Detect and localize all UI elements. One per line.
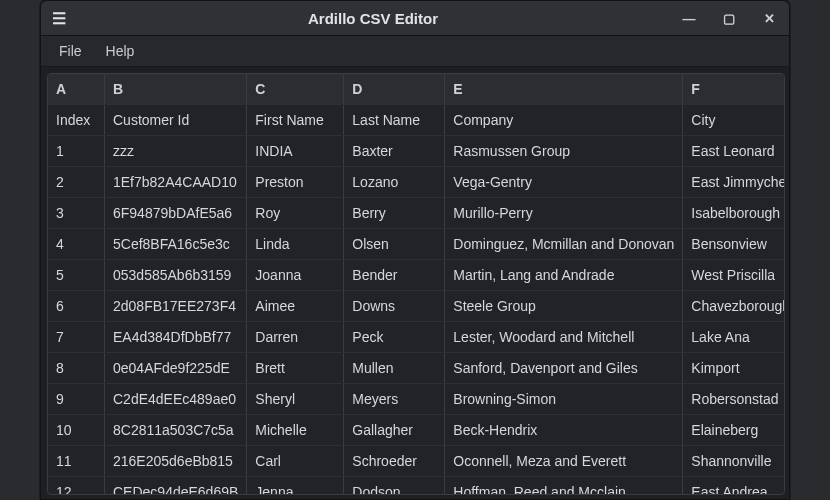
cell[interactable]: 11 <box>48 446 105 477</box>
maximize-button[interactable]: ▢ <box>709 11 749 26</box>
cell[interactable]: East Andrea <box>683 477 785 496</box>
cell[interactable]: 3 <box>48 198 105 229</box>
cell[interactable]: Steele Group <box>445 291 683 322</box>
cell[interactable]: 4 <box>48 229 105 260</box>
cell[interactable]: Preston <box>247 167 344 198</box>
cell[interactable]: Joanna <box>247 260 344 291</box>
cell[interactable]: East Leonard <box>683 136 785 167</box>
table-row: 12CEDec94deE6d69BJennaDodsonHoffman, Ree… <box>48 477 785 496</box>
cell[interactable]: Schroeder <box>344 446 445 477</box>
cell[interactable]: Last Name <box>344 105 445 136</box>
menu-help[interactable]: Help <box>94 39 147 63</box>
col-letter[interactable]: C <box>247 74 344 105</box>
cell[interactable]: 2d08FB17EE273F4 <box>105 291 247 322</box>
cell[interactable]: 5 <box>48 260 105 291</box>
cell[interactable]: 7 <box>48 322 105 353</box>
cell[interactable]: 6F94879bDAfE5a6 <box>105 198 247 229</box>
cell[interactable]: C2dE4dEEc489ae0 <box>105 384 247 415</box>
cell[interactable]: Gallagher <box>344 415 445 446</box>
cell[interactable]: Sanford, Davenport and Giles <box>445 353 683 384</box>
cell[interactable]: Aimee <box>247 291 344 322</box>
col-letter[interactable]: A <box>48 74 105 105</box>
cell[interactable]: 6 <box>48 291 105 322</box>
cell[interactable]: Hoffman, Reed and Mcclain <box>445 477 683 496</box>
cell[interactable]: Vega-Gentry <box>445 167 683 198</box>
cell[interactable]: Customer Id <box>105 105 247 136</box>
cell[interactable]: Brett <box>247 353 344 384</box>
cell[interactable]: 1Ef7b82A4CAAD10 <box>105 167 247 198</box>
cell[interactable]: 8 <box>48 353 105 384</box>
col-letter[interactable]: B <box>105 74 247 105</box>
cell[interactable]: Murillo-Perry <box>445 198 683 229</box>
cell[interactable]: 1 <box>48 136 105 167</box>
cell[interactable]: CEDec94deE6d69B <box>105 477 247 496</box>
table-row: 9C2dE4dEEc489ae0SherylMeyersBrowning-Sim… <box>48 384 785 415</box>
cell[interactable]: Rasmussen Group <box>445 136 683 167</box>
cell[interactable]: Olsen <box>344 229 445 260</box>
cell[interactable]: Kimport <box>683 353 785 384</box>
menu-file[interactable]: File <box>47 39 94 63</box>
cell[interactable]: Jenna <box>247 477 344 496</box>
cell[interactable]: Isabelborough <box>683 198 785 229</box>
app-window: ☰ Ardillo CSV Editor — ▢ ✕ File Help A B… <box>40 0 790 500</box>
cell[interactable]: Company <box>445 105 683 136</box>
cell[interactable]: Linda <box>247 229 344 260</box>
table-row: 80e04AFde9f225dEBrettMullenSanford, Dave… <box>48 353 785 384</box>
cell[interactable]: 216E205d6eBb815 <box>105 446 247 477</box>
col-letter[interactable]: D <box>344 74 445 105</box>
cell[interactable]: Browning-Simon <box>445 384 683 415</box>
cell[interactable]: Berry <box>344 198 445 229</box>
cell[interactable]: Bensonview <box>683 229 785 260</box>
cell[interactable]: Index <box>48 105 105 136</box>
cell[interactable]: Robersonstad <box>683 384 785 415</box>
cell[interactable]: Downs <box>344 291 445 322</box>
cell[interactable]: Chavezborough <box>683 291 785 322</box>
csv-grid[interactable]: A B C D E F G IndexCustomer IdFirst Name… <box>47 73 785 495</box>
cell[interactable]: Peck <box>344 322 445 353</box>
cell[interactable]: East Jimmychester <box>683 167 785 198</box>
hamburger-menu-icon[interactable]: ☰ <box>41 9 77 28</box>
cell[interactable]: Lester, Woodard and Mitchell <box>445 322 683 353</box>
cell[interactable]: Darren <box>247 322 344 353</box>
cell[interactable]: 9 <box>48 384 105 415</box>
cell[interactable]: West Priscilla <box>683 260 785 291</box>
table-row: 5053d585Ab6b3159JoannaBenderMartin, Lang… <box>48 260 785 291</box>
cell[interactable]: Baxter <box>344 136 445 167</box>
cell[interactable]: Dodson <box>344 477 445 496</box>
cell[interactable]: 12 <box>48 477 105 496</box>
cell[interactable]: 2 <box>48 167 105 198</box>
cell[interactable]: 5Cef8BFA16c5e3c <box>105 229 247 260</box>
cell[interactable]: 0e04AFde9f225dE <box>105 353 247 384</box>
cell[interactable]: 8C2811a503C7c5a <box>105 415 247 446</box>
cell[interactable]: 053d585Ab6b3159 <box>105 260 247 291</box>
cell[interactable]: Bender <box>344 260 445 291</box>
cell[interactable]: Shannonville <box>683 446 785 477</box>
cell[interactable]: Elaineberg <box>683 415 785 446</box>
cell[interactable]: Mullen <box>344 353 445 384</box>
cell[interactable]: zzz <box>105 136 247 167</box>
minimize-button[interactable]: — <box>669 11 709 26</box>
cell[interactable]: City <box>683 105 785 136</box>
table-row: 36F94879bDAfE5a6RoyBerryMurillo-PerryIsa… <box>48 198 785 229</box>
close-button[interactable]: ✕ <box>749 11 789 26</box>
window-title: Ardillo CSV Editor <box>77 10 669 27</box>
cell[interactable]: Dominguez, Mcmillan and Donovan <box>445 229 683 260</box>
table-row: 108C2811a503C7c5aMichelleGallagherBeck-H… <box>48 415 785 446</box>
cell[interactable]: Lake Ana <box>683 322 785 353</box>
cell[interactable]: Martin, Lang and Andrade <box>445 260 683 291</box>
cell[interactable]: Oconnell, Meza and Everett <box>445 446 683 477</box>
cell[interactable]: Carl <box>247 446 344 477</box>
cell[interactable]: EA4d384DfDbBf77 <box>105 322 247 353</box>
col-letter[interactable]: F <box>683 74 785 105</box>
cell[interactable]: First Name <box>247 105 344 136</box>
cell[interactable]: 10 <box>48 415 105 446</box>
cell[interactable]: Michelle <box>247 415 344 446</box>
table-row: 1zzzINDIABaxterRasmussen GroupEast Leona… <box>48 136 785 167</box>
cell[interactable]: INDIA <box>247 136 344 167</box>
cell[interactable]: Beck-Hendrix <box>445 415 683 446</box>
cell[interactable]: Sheryl <box>247 384 344 415</box>
cell[interactable]: Meyers <box>344 384 445 415</box>
cell[interactable]: Roy <box>247 198 344 229</box>
col-letter[interactable]: E <box>445 74 683 105</box>
cell[interactable]: Lozano <box>344 167 445 198</box>
